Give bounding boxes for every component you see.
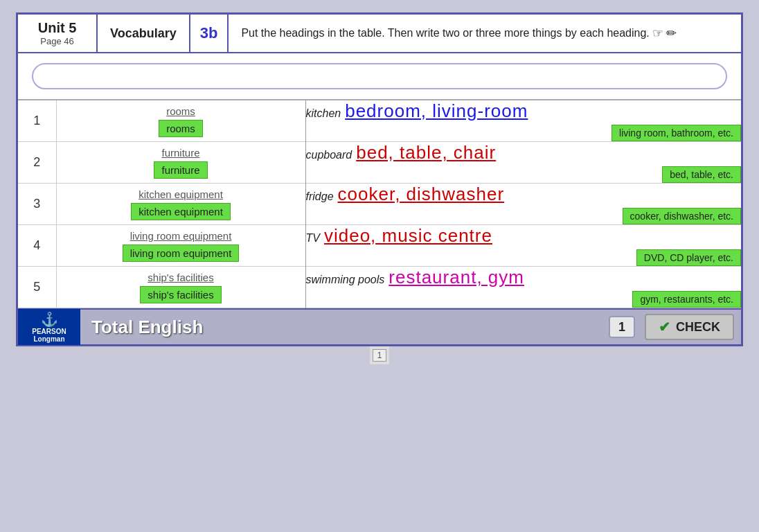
keyword: cupboard	[306, 149, 352, 161]
answer-tag: bed, table, etc.	[662, 166, 741, 183]
answer-bottom: cooker, dishwasher, etc.	[306, 208, 742, 224]
heading-tag: living room equipment	[123, 245, 240, 262]
footer-page-num[interactable]: 1	[609, 316, 635, 338]
pencil-icon: ✏	[666, 26, 677, 41]
table-row: 3 kitchen equipment kitchen equipment fr…	[18, 184, 741, 225]
heading-tag: kitchen equipment	[131, 203, 231, 220]
vocab-table: 1 rooms rooms kitchen bedroom, living-ro…	[18, 99, 741, 308]
keyword: fridge	[306, 190, 334, 203]
row-number: 3	[18, 184, 56, 225]
table-row: 2 furniture furniture cupboard bed, tabl…	[18, 142, 741, 184]
bottom-page-box: 1	[373, 349, 387, 362]
answer-cell: swimming pools restaurant, gym gym, rest…	[305, 267, 741, 308]
heading-tag: ship's facilities	[140, 286, 221, 303]
heading-text: ship's facilities	[57, 272, 305, 283]
answer-tag: living room, bathroom, etc.	[611, 125, 741, 141]
page-label: Page 46	[40, 36, 73, 46]
anchor-icon: ⚓	[41, 311, 58, 328]
handwritten-answer: bed, table, chair	[356, 142, 496, 163]
unit-section: Unit 5 Page 46	[18, 15, 98, 52]
header: Unit 5 Page 46 Vocabulary 3b Put the hea…	[18, 15, 741, 53]
table-row: 4 living room equipment living room equi…	[18, 225, 741, 267]
answer-cell: TV video, music centre DVD, CD player, e…	[305, 225, 741, 267]
heading-text: living room equipment	[57, 230, 305, 242]
logo-pearson: PEARSON	[32, 328, 66, 335]
handwritten-answer: restaurant, gym	[389, 267, 524, 288]
handwritten-answer: bedroom, living-room	[345, 100, 528, 122]
table-row: 5 ship's facilities ship's facilities sw…	[18, 267, 741, 308]
answer-tag: gym, restaurants, etc.	[632, 291, 741, 308]
row-number: 2	[18, 142, 56, 184]
heading-cell: rooms rooms	[56, 100, 305, 142]
keyword: TV	[306, 232, 320, 245]
heading-cell: kitchen equipment kitchen equipment	[56, 184, 305, 225]
cursor-icon: ☞	[652, 26, 663, 41]
bottom-page-indicator: 1	[370, 346, 390, 364]
logo-longman: Longman	[34, 335, 65, 343]
answer-bottom: DVD, CD player, etc.	[306, 249, 742, 266]
answer-cell: cupboard bed, table, chair bed, table, e…	[305, 142, 741, 184]
answer-top: kitchen bedroom, living-room	[306, 100, 742, 122]
checkmark-icon: ✔	[659, 319, 670, 335]
answer-cell: fridge cooker, dishwasher cooker, dishwa…	[305, 184, 741, 225]
check-button[interactable]: ✔ CHECK	[645, 314, 734, 340]
row-number: 1	[18, 100, 56, 142]
keyword: swimming pools	[306, 274, 385, 286]
answer-bottom: living room, bathroom, etc.	[306, 125, 742, 141]
heading-cell: furniture furniture	[56, 142, 305, 184]
answer-top: swimming pools restaurant, gym	[306, 267, 742, 288]
handwritten-answer: video, music centre	[324, 225, 492, 247]
main-container: Unit 5 Page 46 Vocabulary 3b Put the hea…	[16, 12, 743, 346]
search-bar-area	[18, 53, 741, 99]
handwritten-answer: cooker, dishwasher	[338, 184, 505, 205]
footer-title: Total English	[80, 317, 609, 338]
footer: ⚓ PEARSON Longman Total English 1 ✔ CHEC…	[18, 308, 741, 344]
table-row: 1 rooms rooms kitchen bedroom, living-ro…	[18, 100, 741, 142]
row-number: 4	[18, 225, 56, 267]
answer-cell: kitchen bedroom, living-room living room…	[305, 100, 741, 142]
heading-text: furniture	[57, 147, 305, 159]
keyword: kitchen	[306, 107, 341, 120]
answer-bottom: gym, restaurants, etc.	[306, 291, 742, 308]
heading-tag: furniture	[154, 161, 207, 179]
instruction-text: Put the headings in the table. Then writ…	[229, 15, 741, 52]
section-label: 3b	[190, 15, 229, 52]
answer-top: TV video, music centre	[306, 225, 742, 247]
heading-tag: rooms	[159, 120, 203, 137]
heading-text: rooms	[57, 105, 305, 117]
answer-top: fridge cooker, dishwasher	[306, 184, 742, 205]
logo: ⚓ PEARSON Longman	[18, 309, 80, 345]
heading-text: kitchen equipment	[57, 188, 305, 200]
answer-top: cupboard bed, table, chair	[306, 142, 742, 163]
answer-tag: DVD, CD player, etc.	[636, 249, 741, 266]
check-label: CHECK	[676, 320, 720, 335]
vocab-label: Vocabulary	[98, 15, 190, 52]
row-number: 5	[18, 267, 56, 308]
answer-tag: cooker, dishwasher, etc.	[623, 208, 741, 224]
unit-label: Unit 5	[38, 20, 77, 36]
answer-bottom: bed, table, etc.	[306, 166, 742, 183]
heading-cell: living room equipment living room equipm…	[56, 225, 305, 267]
heading-cell: ship's facilities ship's facilities	[56, 267, 305, 308]
search-bar[interactable]	[32, 63, 727, 89]
